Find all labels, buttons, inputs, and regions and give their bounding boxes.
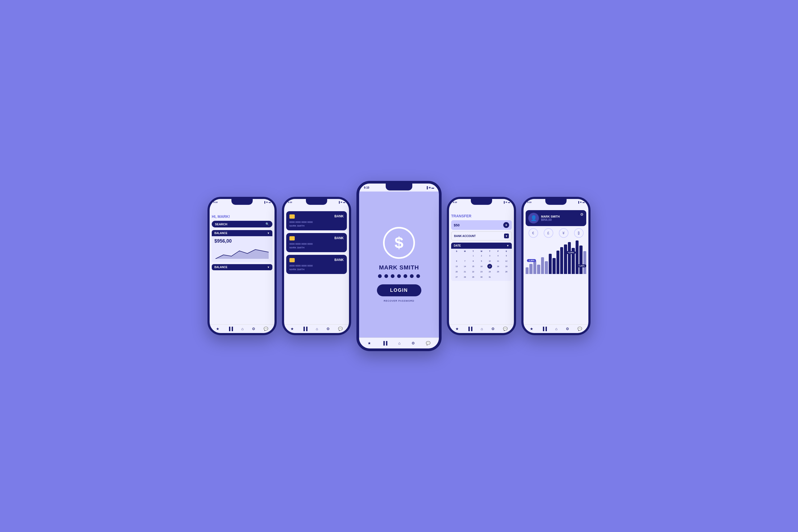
cal-day-6[interactable]: 6 <box>454 259 459 263</box>
cal-day-22[interactable]: 22 <box>471 269 476 274</box>
greeting-area: HI, MARK! SEARCH 🔍 BALANCE ▼ $956,00 <box>212 212 272 270</box>
nav-gear-1[interactable]: ⚙ <box>252 327 255 331</box>
cal-day-t1: T <box>469 250 477 252</box>
nav-chart-3[interactable]: ▐▐ <box>382 341 387 345</box>
cal-day-24[interactable]: 24 <box>487 269 492 274</box>
plus-button[interactable]: + <box>503 222 509 228</box>
dot-3 <box>391 274 395 278</box>
yen-currency[interactable]: ¥ <box>559 228 568 238</box>
settings-icon[interactable]: ⚙ <box>580 212 584 216</box>
cal-day-10[interactable]: 10 <box>487 259 492 263</box>
balance-amount: $956,00 <box>214 238 270 244</box>
status-time-1: 9:10 <box>213 201 217 204</box>
status-time-4: 9:10 <box>453 201 457 204</box>
nav-home-4[interactable]: ⌂ <box>481 327 483 331</box>
battery-icon-5: ▬ <box>583 201 585 204</box>
cal-day-3[interactable]: 3 <box>487 253 492 258</box>
status-icons-3: ▐ ≋ ▬ <box>426 186 434 189</box>
nav-gear-4[interactable]: ⚙ <box>491 327 495 331</box>
nav-chart-2[interactable]: ▐▐ <box>302 327 307 331</box>
nav-msg-3[interactable]: 💬 <box>426 341 431 345</box>
cal-day-20[interactable]: 20 <box>454 269 459 274</box>
cal-day-31[interactable]: 31 <box>487 274 492 279</box>
dollar-circle: $ <box>383 227 415 259</box>
cal-day-15[interactable]: 15 <box>471 264 476 269</box>
balance-card: $956,00 <box>212 236 272 262</box>
nav-home-2[interactable]: ⌂ <box>316 327 318 331</box>
bank-account-dropdown[interactable]: ▼ <box>504 233 509 238</box>
recover-password-text[interactable]: RECOVER PASSWORD <box>384 300 414 302</box>
cal-day-7[interactable]: 7 <box>462 259 467 263</box>
card-holder-2: MARK SMITH <box>289 246 344 249</box>
cal-day-2[interactable]: 2 <box>479 253 484 258</box>
phone-4-content: TRANSFER $50 + BANK ACCOUNT ▼ DATE ▼ S M <box>449 205 514 324</box>
nav-home-1[interactable]: ⌂ <box>241 327 243 331</box>
cal-day-30[interactable]: 30 <box>479 274 484 279</box>
cal-day-19[interactable]: 19 <box>504 264 509 269</box>
pound-currency[interactable]: £ <box>544 228 553 238</box>
nav-chart-1[interactable]: ▐▐ <box>228 327 233 331</box>
cal-day-13[interactable]: 13 <box>454 264 459 269</box>
nav-home-5[interactable]: ⌂ <box>555 327 557 331</box>
password-dots <box>378 274 420 278</box>
cal-day-23[interactable]: 23 <box>479 269 484 274</box>
cal-day-m: M <box>461 250 469 252</box>
dot-4 <box>397 274 401 278</box>
cal-day-9[interactable]: 9 <box>479 259 484 263</box>
nav-star-2[interactable]: ★ <box>290 327 294 331</box>
wifi-icon-2: ≋ <box>341 201 342 204</box>
cal-day-s2: S <box>502 250 510 252</box>
nav-msg-2[interactable]: 💬 <box>338 327 343 331</box>
nav-msg-4[interactable]: 💬 <box>503 327 508 331</box>
login-button[interactable]: LOGIN <box>377 284 421 296</box>
nav-msg-1[interactable]: 💬 <box>264 327 268 331</box>
nav-gear-3[interactable]: ⚙ <box>412 341 415 345</box>
search-label: SEARCH <box>215 223 227 226</box>
nav-gear-5[interactable]: ⚙ <box>566 327 569 331</box>
card-number-2: 0000 0000 0000 0000 <box>289 243 344 245</box>
greeting-text: HI, MARK! <box>212 214 272 218</box>
cal-day-5[interactable]: 5 <box>504 253 509 258</box>
date-header[interactable]: DATE ▼ <box>451 243 512 249</box>
nav-home-3[interactable]: ⌂ <box>398 341 400 345</box>
nav-chart-4[interactable]: ▐▐ <box>467 327 472 331</box>
badge-right: +1,50% <box>577 264 586 267</box>
cal-day-16[interactable]: 16 <box>479 264 484 269</box>
euro-currency[interactable]: € <box>529 228 538 238</box>
nav-star-5[interactable]: ★ <box>530 327 533 331</box>
dot-2 <box>384 274 388 278</box>
cal-day-8[interactable]: 8 <box>471 259 476 263</box>
search-bar[interactable]: SEARCH 🔍 <box>212 221 272 227</box>
cal-day-11[interactable]: 11 <box>496 259 500 263</box>
bitcoin-currency[interactable]: ₿ <box>574 228 584 238</box>
card-1-header: BANK <box>289 214 344 218</box>
cal-day-4[interactable]: 4 <box>496 253 500 258</box>
cal-day-28[interactable]: 28 <box>462 274 467 279</box>
card-number-3: 0000 0000 0000 0000 <box>289 264 344 267</box>
cal-day-27[interactable]: 27 <box>454 274 459 279</box>
search-icon: 🔍 <box>265 222 269 226</box>
cal-day-25[interactable]: 25 <box>496 269 500 274</box>
cal-day-12[interactable]: 12 <box>504 259 509 263</box>
cal-day-17-today[interactable]: 17 <box>487 264 492 269</box>
nav-star-4[interactable]: ★ <box>455 327 459 331</box>
notch-5 <box>545 199 567 205</box>
bottom-nav-3: ★ ▐▐ ⌂ ⚙ 💬 <box>359 338 439 348</box>
status-time-2: 9:10 <box>288 201 292 204</box>
nav-msg-5[interactable]: 💬 <box>577 327 582 331</box>
cal-day-14[interactable]: 14 <box>462 264 467 269</box>
cal-day-26[interactable]: 26 <box>504 269 509 274</box>
nav-gear-2[interactable]: ⚙ <box>326 327 330 331</box>
cal-day-21[interactable]: 21 <box>462 269 467 274</box>
avatar: 👤 <box>528 213 539 224</box>
signal-icon-2: ▐ <box>338 201 340 204</box>
bank-account-row[interactable]: BANK ACCOUNT ▼ <box>451 231 512 241</box>
cal-day-29[interactable]: 29 <box>471 274 476 279</box>
phone-5-profile: 9:10 ▐ ≋ ▬ 👤 MARK SMITH $956,00 ⚙ € <box>521 197 590 335</box>
nav-chart-5[interactable]: ▐▐ <box>542 327 547 331</box>
nav-star-3[interactable]: ★ <box>367 341 371 345</box>
cal-day-1[interactable]: 1 <box>471 253 476 258</box>
cal-day-18[interactable]: 18 <box>496 264 500 269</box>
badge-down: -1,80% <box>527 259 536 262</box>
nav-star-1[interactable]: ★ <box>216 327 220 331</box>
